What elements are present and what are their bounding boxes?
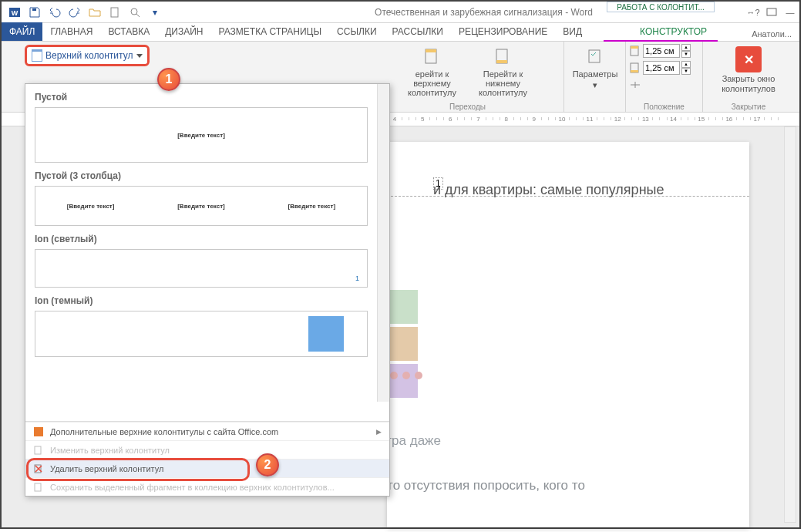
- document-title-fragment: и для квартиры: самые популярные: [433, 179, 726, 201]
- close-group-label: Закрытие: [703, 103, 794, 111]
- ruler-label: 6: [449, 116, 452, 123]
- header-page-icon: [32, 49, 42, 62]
- tab-review[interactable]: РЕЦЕНЗИРОВАНИЕ: [451, 22, 555, 41]
- tab-file[interactable]: ФАЙЛ: [2, 22, 42, 41]
- gallery-item-ion-dark[interactable]: 1: [35, 311, 368, 357]
- quick-access-toolbar: W ▾: [2, 4, 168, 21]
- ruler-label: 5: [421, 116, 424, 123]
- chevron-right-icon: ▶: [376, 428, 382, 436]
- title-bar: W ▾ Отечественная и зарубежная сигнализа…: [2, 2, 799, 23]
- tab-home[interactable]: ГЛАВНАЯ: [42, 22, 100, 41]
- gallery-section-empty: Пустой: [35, 92, 368, 103]
- undo-icon[interactable]: [46, 4, 63, 21]
- svg-rect-3: [111, 8, 118, 17]
- save-selection-icon: [33, 482, 44, 493]
- gallery-item-3columns[interactable]: [Введите текст] [Введите текст] [Введите…: [35, 186, 368, 226]
- preview-icon[interactable]: [126, 4, 143, 21]
- tab-insert[interactable]: ВСТАВКА: [100, 22, 157, 41]
- gallery-more-office[interactable]: Дополнительные верхние колонтитулы с сай…: [25, 422, 389, 440]
- footer-position-input[interactable]: [643, 61, 680, 75]
- save-icon[interactable]: [26, 4, 43, 21]
- tab-view[interactable]: ВИД: [555, 22, 590, 41]
- ruler-label: 15: [698, 116, 705, 123]
- tab-layout[interactable]: РАЗМЕТКА СТРАНИЦЫ: [211, 22, 330, 41]
- ruler-label: 8: [504, 116, 507, 123]
- edit-header-icon: [33, 445, 44, 456]
- ruler-label: 9: [533, 116, 536, 123]
- ruler-label: 12: [614, 116, 621, 123]
- callout-1: 1: [157, 68, 180, 91]
- svg-rect-11: [426, 49, 436, 52]
- spin-up-icon[interactable]: ▲: [681, 61, 691, 68]
- ruler-label: 13: [642, 116, 649, 123]
- tab-mailings[interactable]: РАССЫЛКИ: [385, 22, 451, 41]
- open-icon[interactable]: [86, 4, 103, 21]
- gallery-scrollbar[interactable]: [377, 84, 389, 402]
- parameters-label: Параметры: [573, 69, 618, 79]
- tab-design[interactable]: ДИЗАЙН: [157, 22, 210, 41]
- ruler-label: 14: [670, 116, 677, 123]
- header-from-top-field[interactable]: ▲▼: [629, 43, 699, 59]
- spin-down-icon[interactable]: ▼: [681, 51, 691, 58]
- gallery-section-ion-dark: Ion (темный): [35, 295, 368, 306]
- footer-from-bottom-field[interactable]: ▲▼: [629, 60, 699, 76]
- office-icon: [33, 426, 44, 437]
- insert-alignment-tab-button[interactable]: [629, 77, 699, 93]
- go-to-footer-button[interactable]: Перейти к нижнему колонтитулу: [469, 46, 538, 97]
- gallery-footer: Дополнительные верхние колонтитулы с сай…: [25, 421, 389, 496]
- header-gallery-dropdown: Пустой [Введите текст] Пустой (3 столбца…: [25, 83, 390, 497]
- close-header-footer-button[interactable]: ✕ Закрыть окно колонтитулов: [703, 46, 794, 94]
- gallery-edit-header[interactable]: Изменить верхний колонтитул: [25, 440, 389, 459]
- svg-rect-5: [767, 8, 776, 15]
- spin-down-icon[interactable]: ▼: [681, 68, 691, 75]
- svg-rect-14: [589, 50, 600, 62]
- nav-group-label: Переходы: [372, 103, 563, 111]
- parameters-button[interactable]: Параметры ▾: [564, 46, 626, 90]
- help-expand-icon[interactable]: ↔?: [747, 6, 759, 19]
- tab-references[interactable]: ССЫЛКИ: [329, 22, 384, 41]
- delete-header-icon: [33, 463, 44, 474]
- gallery-item-ion-light[interactable]: 1: [35, 249, 368, 288]
- ribbon-group-close: ✕ Закрыть окно колонтитулов Закрытие: [703, 42, 794, 113]
- svg-rect-20: [35, 446, 41, 454]
- header-dropdown-button[interactable]: Верхний колонтитул: [25, 45, 150, 66]
- svg-rect-13: [496, 60, 507, 63]
- go-to-header-button[interactable]: ерейти к верхнему колонтитулу: [398, 46, 467, 97]
- svg-rect-16: [631, 46, 638, 49]
- ribbon-tabs: ФАЙЛ ГЛАВНАЯ ВСТАВКА ДИЗАЙН РАЗМЕТКА СТР…: [2, 23, 799, 42]
- go-to-header-label: ерейти к верхнему колонтитулу: [398, 69, 467, 97]
- user-name[interactable]: Анатоли...: [752, 29, 792, 39]
- minimize-icon[interactable]: —: [784, 6, 796, 19]
- gallery-item-empty[interactable]: [Введите текст]: [35, 107, 368, 163]
- ruler-label: 16: [725, 116, 732, 123]
- qat-dropdown-icon[interactable]: ▾: [146, 4, 163, 21]
- position-group-label: Положение: [626, 103, 702, 111]
- close-x-icon: ✕: [735, 46, 762, 72]
- document-image-dots: [390, 372, 422, 379]
- ribbon-group-navigation: ерейти к верхнему колонтитулу Перейти к …: [372, 42, 564, 113]
- gallery-delete-header[interactable]: Удалить верхний колонтитул: [25, 459, 389, 477]
- gallery-save-selection: Сохранить выделенный фрагмент в коллекци…: [25, 477, 389, 496]
- svg-rect-2: [32, 8, 36, 11]
- svg-point-4: [131, 8, 137, 15]
- svg-rect-22: [35, 483, 41, 491]
- new-icon[interactable]: [106, 4, 123, 21]
- svg-text:W: W: [12, 9, 19, 17]
- ruler-label: 17: [754, 116, 761, 123]
- ruler-label: 4: [393, 116, 396, 123]
- tab-constructor[interactable]: КОНСТРУКТОР: [632, 22, 715, 41]
- redo-icon[interactable]: [66, 4, 83, 21]
- ribbon-display-icon[interactable]: [765, 6, 778, 19]
- ribbon-group-parameters: Параметры ▾: [564, 42, 626, 113]
- ruler-label: 10: [558, 116, 565, 123]
- gallery-section-ion-light: Ion (светлый): [35, 234, 368, 244]
- document-image-strip: [389, 290, 418, 398]
- ribbon-group-position: ▲▼ ▲▼ Положение: [626, 42, 703, 113]
- vertical-scrollbar[interactable]: [784, 126, 796, 523]
- word-app-icon[interactable]: W: [6, 4, 23, 21]
- spin-up-icon[interactable]: ▲: [681, 44, 691, 51]
- header-button-label: Верхний колонтитул: [45, 50, 133, 61]
- callout-2: 2: [256, 453, 279, 476]
- header-position-input[interactable]: [643, 44, 680, 58]
- contextual-tab-title: РАБОТА С КОЛОНТИТ...: [607, 2, 715, 12]
